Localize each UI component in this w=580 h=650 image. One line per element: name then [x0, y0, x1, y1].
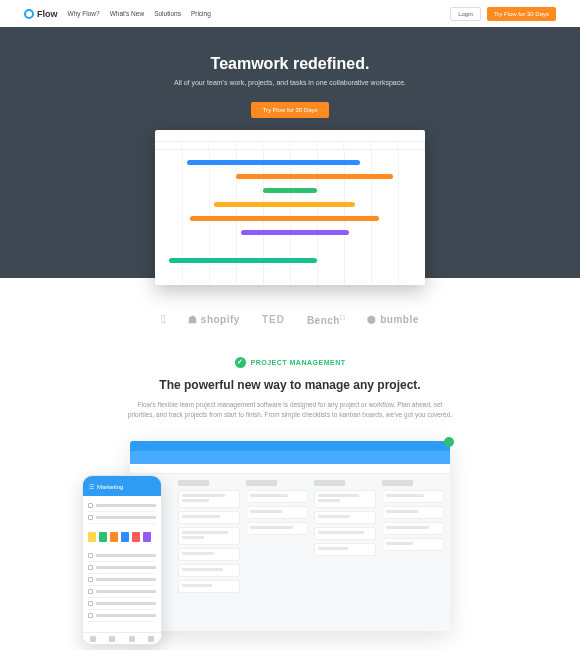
- hamburger-icon: ☰: [89, 483, 94, 490]
- list-item: [88, 562, 156, 574]
- section-title: The powerful new way to manage any proje…: [60, 378, 520, 392]
- section-tag-label: PROJECT MANAGEMENT: [251, 359, 346, 366]
- gantt-bar: [236, 174, 393, 179]
- kanban-column: [178, 480, 240, 625]
- section-tag: ✓ PROJECT MANAGEMENT: [235, 357, 346, 368]
- pm-section: ✓ PROJECT MANAGEMENT The powerful new wa…: [0, 342, 580, 650]
- accent-dot-icon: [444, 437, 454, 447]
- kanban-screenshot: [130, 441, 450, 631]
- hero-section: Teamwork redefined. All of your team's w…: [0, 27, 580, 278]
- gantt-toolbar: [155, 130, 425, 142]
- main-nav: Why Flow? What's New Solutions Pricing: [68, 10, 211, 17]
- nav-pricing[interactable]: Pricing: [191, 10, 211, 17]
- phone-bottom-nav: [83, 632, 161, 644]
- list-item: [88, 550, 156, 562]
- phone-task-list: [83, 496, 161, 528]
- kanban-column: [382, 480, 444, 625]
- phone-color-chips: [83, 528, 161, 546]
- nav-whats-new[interactable]: What's New: [110, 10, 144, 17]
- bench-logo: Bench□: [307, 312, 346, 326]
- check-circle-icon: ✓: [235, 357, 246, 368]
- gantt-bar: [169, 258, 318, 263]
- nav-icon: [148, 636, 154, 642]
- nav-why-flow[interactable]: Why Flow?: [68, 10, 100, 17]
- phone-task-list: [83, 546, 161, 626]
- list-item: [88, 598, 156, 610]
- header-right: Login Try Flow for 30 Days: [450, 7, 556, 21]
- phone-header: ☰ Marketing: [83, 476, 161, 496]
- hero-cta-button[interactable]: Try Flow for 30 Days: [251, 102, 328, 118]
- gantt-bar: [241, 230, 349, 235]
- kanban-column: [314, 480, 376, 625]
- gantt-bar: [190, 216, 379, 221]
- kanban-body: [130, 474, 450, 631]
- list-item: [88, 586, 156, 598]
- nav-icon: [129, 636, 135, 642]
- brand-name: Flow: [37, 9, 58, 19]
- ted-logo: TED: [262, 314, 285, 325]
- gantt-bar: [187, 160, 360, 165]
- gantt-body: [155, 150, 425, 285]
- kanban-tabs: [130, 464, 450, 474]
- kanban-subbar: [130, 451, 450, 464]
- hero-product-screenshot: [155, 130, 425, 285]
- gantt-bar: [214, 202, 354, 207]
- nav-icon: [90, 636, 96, 642]
- site-header: Flow Why Flow? What's New Solutions Pric…: [0, 0, 580, 27]
- brand-logo[interactable]: Flow: [24, 9, 58, 19]
- bumble-logo: ⬢ bumble: [367, 314, 418, 325]
- login-button[interactable]: Login: [450, 7, 481, 21]
- header-left: Flow Why Flow? What's New Solutions Pric…: [24, 9, 211, 19]
- hero-title: Teamwork redefined.: [0, 55, 580, 73]
- phone-title: Marketing: [97, 484, 123, 490]
- list-item: [88, 574, 156, 586]
- gantt-bar: [263, 188, 317, 193]
- phone-screenshot: ☰ Marketing: [82, 475, 162, 645]
- section-description: Flow's flexible team project management …: [125, 400, 455, 420]
- shopify-logo: ☗ shopify: [188, 314, 240, 325]
- apple-logo-icon: : [161, 312, 166, 326]
- kanban-column: [246, 480, 308, 625]
- list-item: [88, 610, 156, 622]
- list-item: [88, 512, 156, 524]
- gantt-date-header: [155, 142, 425, 150]
- header-cta-button[interactable]: Try Flow for 30 Days: [487, 7, 556, 21]
- kanban-topbar: [130, 441, 450, 451]
- flow-logo-icon: [24, 9, 34, 19]
- nav-solutions[interactable]: Solutions: [154, 10, 181, 17]
- hero-subtitle: All of your team's work, projects, and t…: [0, 79, 580, 86]
- product-mock-wrapper: ☰ Marketing: [130, 441, 450, 631]
- list-item: [88, 500, 156, 512]
- nav-icon: [109, 636, 115, 642]
- customer-logos:  ☗ shopify TED Bench□ ⬢ bumble: [0, 290, 580, 342]
